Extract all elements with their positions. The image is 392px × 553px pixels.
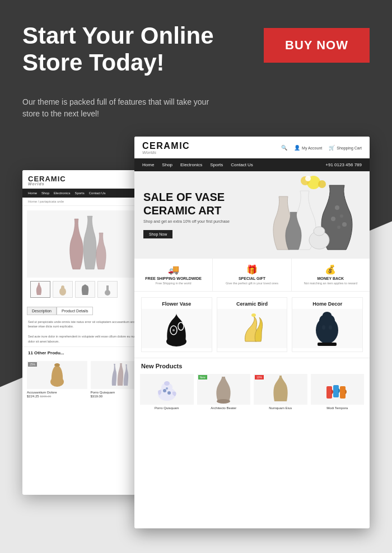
front-prod-4: Modi Tempora bbox=[311, 374, 365, 411]
svg-point-5 bbox=[54, 363, 60, 367]
svg-point-33 bbox=[166, 387, 168, 390]
nav-contact[interactable]: Contact Us bbox=[231, 162, 253, 167]
front-cat-ceramic-bird[interactable]: Ceramic Bird bbox=[217, 297, 288, 352]
svg-point-14 bbox=[342, 222, 347, 227]
front-header: CERAMIC Worlds 🔍 👤 My Account 🛒 Shopping… bbox=[134, 137, 370, 158]
svg-rect-3 bbox=[106, 285, 109, 293]
nav-shop[interactable]: Shop bbox=[162, 162, 172, 167]
front-feature-desc-2: Give the perfect gift in your loved ones bbox=[216, 282, 288, 286]
nav-home[interactable]: Home bbox=[142, 162, 154, 167]
front-feature-desc-3: Not matching an item applies to reward bbox=[295, 282, 367, 286]
front-hero-title: SALE OF VASE CERAMIC ART bbox=[143, 190, 230, 217]
front-feature-title-2: SPECIAL GIFT bbox=[216, 276, 288, 280]
top-row: Start Your Online Store Today! BUY NOW bbox=[22, 22, 370, 88]
svg-point-9 bbox=[305, 176, 311, 181]
svg-point-34 bbox=[217, 399, 230, 404]
front-cat-title-2: Ceramic Bird bbox=[217, 298, 287, 309]
back-prod-price-1: $224.25 $296.00 bbox=[27, 395, 87, 398]
shop-now-button[interactable]: Shop Now bbox=[143, 230, 172, 238]
back-thumb-2[interactable] bbox=[53, 281, 73, 298]
back-thumbs bbox=[27, 281, 152, 298]
screenshot-front: CERAMIC Worlds 🔍 👤 My Account 🛒 Shopping… bbox=[134, 137, 370, 528]
svg-point-24 bbox=[323, 312, 332, 318]
front-prod-name-3: Numquam Eius bbox=[254, 406, 307, 411]
svg-point-1 bbox=[61, 285, 64, 290]
front-cat-img-3 bbox=[292, 309, 362, 348]
svg-point-26 bbox=[329, 325, 332, 330]
front-cat-title-1: Flower Vase bbox=[142, 298, 212, 309]
front-prod-img-1 bbox=[140, 374, 194, 405]
front-nav: Home Shop Electronics Sports Contact Us … bbox=[134, 158, 370, 171]
back-thumb-3[interactable] bbox=[75, 281, 95, 298]
back-tabs: Description Product Details bbox=[27, 307, 152, 315]
back-thumb-1[interactable] bbox=[30, 281, 50, 298]
front-nav-phone: +91 0123 456 789 bbox=[325, 162, 362, 167]
shipping-icon: 🚚 bbox=[137, 264, 209, 275]
hero-vases-svg bbox=[263, 174, 364, 255]
main-container: Start Your Online Store Today! BUY NOW O… bbox=[0, 0, 392, 553]
front-cat-img-1 bbox=[142, 309, 212, 348]
svg-rect-36 bbox=[333, 385, 339, 397]
back-prod-name-1: Accusantium Dolore bbox=[27, 391, 87, 394]
front-feature-desc-1: Free Shipping in the world bbox=[137, 282, 209, 286]
content-layer: Start Your Online Store Today! BUY NOW O… bbox=[0, 0, 392, 534]
back-prod-item-1: 25% Accusantium Dolore $224.25 $296.00 bbox=[27, 361, 87, 398]
svg-point-11 bbox=[340, 214, 343, 218]
front-categories: Flower Vase bbox=[134, 292, 370, 358]
nav-electronics[interactable]: Electronics bbox=[180, 162, 202, 167]
back-tab-description[interactable]: Description bbox=[27, 307, 57, 315]
back-prod-badge-1: 25% bbox=[28, 362, 37, 367]
back-brand: CERAMIC Worlds bbox=[28, 175, 151, 186]
back-tab-details[interactable]: Product Details bbox=[57, 307, 93, 315]
search-icon[interactable]: 🔍 bbox=[281, 145, 287, 151]
front-hero-sub: Shop and get an extra 10% off your first… bbox=[143, 219, 230, 223]
sub-text: Our theme is packed full of features tha… bbox=[22, 96, 213, 120]
gift-icon: 🎁 bbox=[216, 264, 288, 275]
cart-icon[interactable]: 🛒 Shopping Cart bbox=[329, 145, 362, 151]
nav-sports[interactable]: Sports bbox=[210, 162, 223, 167]
svg-point-16 bbox=[314, 227, 325, 236]
front-brand: CERAMIC bbox=[142, 141, 190, 151]
vases-svg bbox=[62, 213, 118, 275]
money-back-icon: 💰 bbox=[295, 264, 367, 275]
back-main-image bbox=[27, 210, 152, 278]
front-prod-name-1: Porro Quisquam bbox=[140, 406, 194, 411]
front-prod-badge-2: New bbox=[198, 375, 207, 379]
front-features: 🚚 FREE SHIPPING WORLDWIDE Free Shipping … bbox=[134, 258, 370, 292]
front-feature-title-1: FREE SHIPPING WORLDWIDE bbox=[137, 276, 209, 280]
back-thumb-4[interactable] bbox=[97, 281, 118, 298]
back-prod-img-1: 25% bbox=[27, 361, 87, 389]
front-prod-name-4: Modi Tempora bbox=[311, 406, 365, 411]
svg-point-13 bbox=[337, 226, 340, 229]
front-brand-block: CERAMIC Worlds bbox=[142, 141, 190, 155]
svg-point-21 bbox=[251, 313, 256, 317]
svg-rect-37 bbox=[340, 386, 346, 399]
svg-point-31 bbox=[163, 389, 166, 392]
front-cat-title-3: Home Decor bbox=[292, 298, 362, 309]
headline: Start Your Online Store Today! bbox=[22, 22, 235, 77]
front-prod-img-4 bbox=[311, 374, 365, 405]
front-hero-vases bbox=[263, 174, 364, 255]
front-cat-home-decor[interactable]: Home Decor bbox=[292, 297, 363, 352]
front-prod-img-3: 10% bbox=[254, 374, 307, 405]
svg-point-32 bbox=[167, 391, 171, 395]
front-prod-3: 10% Numquam Eius bbox=[254, 374, 307, 411]
svg-point-10 bbox=[335, 205, 339, 210]
front-cat-img-2 bbox=[217, 309, 287, 348]
svg-point-8 bbox=[318, 180, 326, 188]
buy-now-button[interactable]: BUY NOW bbox=[264, 28, 370, 63]
front-feature-3: 💰 MONEY BACK Not matching an item applie… bbox=[292, 259, 370, 292]
front-prod-badge-3: 10% bbox=[255, 375, 264, 379]
svg-point-12 bbox=[331, 217, 335, 221]
front-cat-flower-vase[interactable]: Flower Vase bbox=[141, 297, 212, 352]
front-prod-name-2: Architecto Beater bbox=[197, 406, 251, 411]
front-products: Porro Quisquam New Architecto Beater bbox=[134, 372, 370, 415]
account-icon[interactable]: 👤 My Account bbox=[294, 145, 322, 151]
front-header-icons: 🔍 👤 My Account 🛒 Shopping Cart bbox=[281, 145, 362, 151]
front-prod-2: New Architecto Beater bbox=[197, 374, 251, 411]
front-new-products-title: New Products bbox=[134, 358, 370, 372]
screenshots-container: CERAMIC Worlds Home Shop Electronics Spo… bbox=[22, 137, 370, 534]
svg-point-25 bbox=[322, 325, 325, 330]
front-prod-1: Porro Quisquam bbox=[140, 374, 194, 411]
front-feature-2: 🎁 SPECIAL GIFT Give the perfect gift in … bbox=[213, 259, 291, 292]
